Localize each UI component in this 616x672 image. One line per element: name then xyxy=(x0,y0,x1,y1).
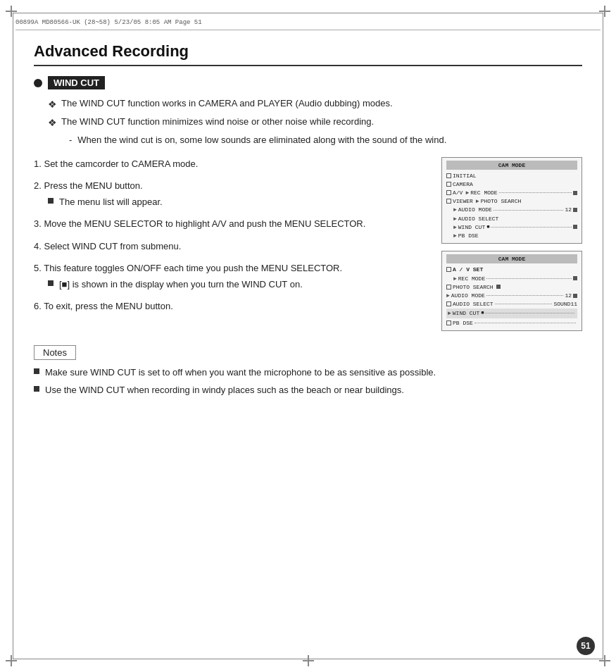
cam1-sq-audiomode xyxy=(573,208,577,212)
square-bullet-5 xyxy=(48,280,54,286)
cam2-arrow-recmode: ► xyxy=(453,275,457,282)
cam1-arrow-audiomode: ► xyxy=(453,206,457,213)
step-2-text: 2. Press the MENU button. xyxy=(34,180,143,191)
header-bar: 00899A MD80566-UK (28~58) 5/23/05 8:05 A… xyxy=(15,15,601,30)
page-number: 51 xyxy=(577,637,595,655)
cam-screen-1-title: CAM MODE xyxy=(446,161,577,170)
diamond-icon-1: ❖ xyxy=(48,97,57,112)
step-2-sub: The menu list will appear. xyxy=(48,195,427,209)
cam-screen-2-title: CAM MODE xyxy=(446,254,577,263)
cam2-sq-photosearch xyxy=(496,285,501,289)
page-border-top xyxy=(13,13,603,13)
main-content: Advanced Recording WIND CUT ❖ The WIND C… xyxy=(34,42,582,644)
cam-screens: CAM MODE INITIAL CAMERA A/V ► REC MODE xyxy=(441,157,582,331)
intro-bullet-2-text: The WIND CUT function minimizes wind noi… xyxy=(61,115,374,129)
step-5-sub-text: [■] is shown in the display when you tur… xyxy=(59,278,303,292)
section-title: WIND CUT xyxy=(48,76,105,89)
cam2-arrow-audiomode: ► xyxy=(446,292,450,299)
step-5-sub: [■] is shown in the display when you tur… xyxy=(48,278,427,292)
cam1-sq-windcut xyxy=(573,225,577,229)
step-2: 2. Press the MENU button. The menu list … xyxy=(34,179,427,209)
steps-left: 1. Set the camcorder to CAMERA mode. 2. … xyxy=(34,157,441,331)
notes-label: Notes xyxy=(34,345,76,360)
cam1-checkbox-initial xyxy=(446,173,451,178)
cam2-checkbox-photosearch xyxy=(446,285,451,290)
crosshair-bottom-mid xyxy=(303,655,314,666)
note-text-1: Make sure WIND CUT is set to off when yo… xyxy=(45,366,436,380)
cam1-dotline-av xyxy=(499,192,572,193)
cam-screen-2: CAM MODE A / V SET ► REC MODE PHOTO SEAR… xyxy=(441,251,582,331)
section-header: WIND CUT xyxy=(34,76,582,89)
page-border-right xyxy=(603,13,603,659)
crosshair-bottom-left xyxy=(6,655,17,666)
step-4: 4. Select WIND CUT from submenu. xyxy=(34,239,427,254)
cam2-dotline-pbdse xyxy=(474,323,576,323)
crosshair-top-right xyxy=(599,6,610,17)
cam1-arrow-viewer: ► xyxy=(476,197,479,205)
intro-bullet-1: ❖ The WIND CUT function works in CAMERA … xyxy=(48,97,582,112)
cam2-checkbox-audiosel xyxy=(446,301,451,306)
intro-sub-bullet-text: When the wind cut is on, some low sounds… xyxy=(77,133,446,147)
intro-bullet-1-text: The WIND CUT function works in CAMERA an… xyxy=(61,97,393,111)
crosshair-bottom-right xyxy=(599,655,610,666)
cam2-dotline-windcut xyxy=(485,313,574,313)
step-3: 3. Move the MENU SELECTOR to highlight A… xyxy=(34,217,427,231)
cam2-dotline-audiosel xyxy=(495,304,553,304)
step-1: 1. Set the camcorder to CAMERA mode. xyxy=(34,157,427,171)
cam1-arrow-av: ► xyxy=(465,189,469,197)
intro-bullets: ❖ The WIND CUT function works in CAMERA … xyxy=(48,97,582,147)
cam1-checkbox-camera xyxy=(446,182,451,187)
page-border-left xyxy=(13,13,13,659)
section-bullet-dot xyxy=(34,79,42,87)
dash-icon: - xyxy=(69,133,72,147)
intro-bullet-2: ❖ The WIND CUT function minimizes wind n… xyxy=(48,115,582,130)
step-6: 6. To exit, press the MENU button. xyxy=(34,299,427,313)
cam2-dotline-recmode xyxy=(486,278,572,279)
cam2-sq-audiomode xyxy=(573,294,577,298)
cam2-arrow-windcut: ► xyxy=(448,309,451,317)
note-item-1: Make sure WIND CUT is set to off when yo… xyxy=(34,366,582,380)
steps-area: 1. Set the camcorder to CAMERA mode. 2. … xyxy=(34,157,582,331)
cam1-arrow-pbdse: ► xyxy=(453,232,457,239)
note-bullet-1 xyxy=(34,368,39,374)
cam1-arrow-windcut: ► xyxy=(453,223,457,231)
step-5: 5. This feature toggles ON/OFF each time… xyxy=(34,261,427,291)
cam1-dotline-audiomode xyxy=(494,210,564,211)
note-item-2: Use the WIND CUT when recording in windy… xyxy=(34,383,582,397)
page-title: Advanced Recording xyxy=(34,42,582,66)
intro-sub-bullet: - When the wind cut is on, some low soun… xyxy=(69,133,582,147)
note-text-2: Use the WIND CUT when recording in windy… xyxy=(45,383,404,397)
cam1-dotline-windcut xyxy=(491,227,572,228)
cam2-windcut-row: ► WIND CUT ■ xyxy=(446,309,577,318)
square-bullet-2 xyxy=(48,198,54,204)
cam1-sq-av xyxy=(573,191,577,195)
cam1-checkbox-av xyxy=(446,190,451,195)
cam2-checkbox-avset xyxy=(446,267,451,272)
notes-section: Notes Make sure WIND CUT is set to off w… xyxy=(34,345,582,397)
header-divider xyxy=(15,30,601,30)
cam2-checkbox-pbdse xyxy=(446,321,451,325)
cam2-dotline-audiomode xyxy=(486,295,564,296)
step-2-sub-text: The menu list will appear. xyxy=(59,195,163,209)
cam1-checkbox-viewer xyxy=(446,199,451,204)
cam1-arrow-audiosel: ► xyxy=(453,215,457,223)
cam-screen-1: CAM MODE INITIAL CAMERA A/V ► REC MODE xyxy=(441,157,582,244)
cam2-sq-recmode xyxy=(573,276,577,280)
note-bullet-2 xyxy=(34,386,39,392)
diamond-icon-2: ❖ xyxy=(48,116,57,130)
header-text: 00899A MD80566-UK (28~58) 5/23/05 8:05 A… xyxy=(15,19,202,26)
step-1-text: 1. Set the camcorder to CAMERA mode. xyxy=(34,158,198,169)
